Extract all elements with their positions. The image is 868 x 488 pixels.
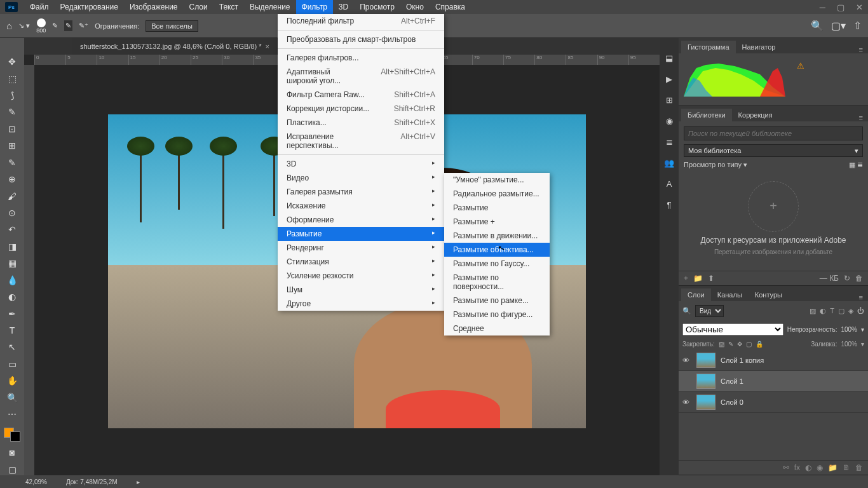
opacity-value[interactable]: 100%: [841, 326, 857, 333]
tab-layers[interactable]: Слои: [681, 288, 711, 301]
search-icon[interactable]: 🔍: [811, 20, 824, 32]
brush-tool[interactable]: 🖌: [5, 190, 19, 201]
menu-item[interactable]: Пластика...Shift+Ctrl+X: [278, 116, 444, 130]
visibility-icon[interactable]: 👁: [682, 356, 691, 364]
tab-channels[interactable]: Каналы: [711, 288, 749, 301]
menu-выделение[interactable]: Выделение: [244, 0, 296, 14]
menu-окно[interactable]: Окно: [400, 0, 430, 14]
library-search-input[interactable]: [684, 126, 863, 140]
menu-фильтр[interactable]: Фильтр: [296, 0, 333, 14]
collapsed-panel-icon[interactable]: 👥: [664, 158, 674, 168]
menu-item[interactable]: Размытие▸: [278, 227, 444, 241]
lock-artboard-icon[interactable]: ▢: [746, 341, 752, 348]
menu-item[interactable]: Коррекция дисторсии...Shift+Ctrl+R: [278, 102, 444, 116]
filter-toggle-icon[interactable]: ⏻: [857, 307, 864, 315]
sync-icon[interactable]: ↻: [844, 274, 850, 283]
menu-item[interactable]: Шум▸: [278, 283, 444, 297]
share-icon[interactable]: ⇧: [853, 20, 862, 32]
history-brush-tool[interactable]: ↶: [5, 224, 19, 235]
menu-просмотр[interactable]: Просмотр: [354, 0, 400, 14]
brush-sample-lock-icon[interactable]: ✎⁺: [79, 22, 88, 30]
menu-item[interactable]: Исправление перспективы...Alt+Ctrl+V: [278, 130, 444, 152]
edit-toolbar-icon[interactable]: ⋯: [5, 409, 19, 420]
trash-icon[interactable]: 🗑: [855, 274, 863, 283]
menu-item[interactable]: Видео▸: [278, 171, 444, 185]
collapsed-panel-icon[interactable]: ≣: [666, 137, 673, 147]
menu-изображение[interactable]: Изображение: [124, 0, 184, 14]
marquee-tool[interactable]: ⬚: [5, 72, 19, 84]
menu-item[interactable]: Галерея фильтров...: [278, 51, 444, 65]
menu-3d[interactable]: 3D: [333, 0, 354, 14]
layer-row[interactable]: 👁Слой 0: [679, 392, 868, 413]
list-view-icon[interactable]: ≣: [857, 161, 863, 168]
menu-item[interactable]: Адаптивный широкий угол...Alt+Shift+Ctrl…: [278, 65, 444, 88]
menu-item[interactable]: Стилизация▸: [278, 255, 444, 269]
zoom-value[interactable]: 42,09%: [25, 478, 47, 485]
crop-tool[interactable]: ⊡: [5, 123, 19, 135]
library-select[interactable]: Моя библиотека ▾: [684, 144, 863, 157]
panel-menu-icon[interactable]: ≡: [854, 294, 868, 301]
brush-sample-icon[interactable]: ✎: [52, 22, 58, 30]
layer-thumbnail[interactable]: [696, 395, 715, 410]
collapsed-panel-icon[interactable]: ◉: [666, 116, 673, 126]
collapsed-panel-icon[interactable]: A: [667, 179, 672, 189]
warning-icon[interactable]: ⚠: [797, 61, 804, 71]
submenu-item[interactable]: Среднее: [444, 322, 550, 336]
chevron-right-icon[interactable]: ▸: [137, 478, 140, 485]
tab-histogram[interactable]: Гистограмма: [681, 41, 736, 53]
layer-thumbnail[interactable]: [696, 374, 715, 389]
move-tool[interactable]: ✥: [5, 56, 19, 67]
tab-paths[interactable]: Контуры: [749, 288, 789, 301]
group-icon[interactable]: 📁: [828, 463, 837, 472]
zoom-tool[interactable]: 🔍: [5, 391, 19, 403]
lock-all-icon[interactable]: 🔒: [756, 341, 763, 348]
filter-shape-icon[interactable]: ▢: [838, 307, 844, 315]
brush-sample-bg-icon[interactable]: ✎: [64, 20, 72, 31]
stamp-tool[interactable]: ⊙: [5, 207, 19, 219]
filter-adjust-icon[interactable]: ◐: [820, 307, 826, 315]
maximize-icon[interactable]: ▢: [837, 3, 844, 12]
submenu-item[interactable]: Размытие по поверхности...: [444, 271, 550, 294]
collapsed-panel-icon[interactable]: ▶: [666, 74, 672, 84]
submenu-item[interactable]: Размытие в движении...: [444, 229, 550, 243]
menu-item[interactable]: Последний фильтрAlt+Ctrl+F: [278, 14, 444, 28]
type-tool[interactable]: T: [5, 325, 19, 336]
lock-move-icon[interactable]: ✥: [737, 341, 742, 348]
quick-select-tool[interactable]: ✎: [5, 106, 19, 118]
submenu-item[interactable]: Размытие по рамке...: [444, 294, 550, 308]
pen-tool[interactable]: ✒: [5, 308, 19, 319]
menu-item[interactable]: Галерея размытия▸: [278, 185, 444, 199]
adjustment-icon[interactable]: ◉: [817, 463, 823, 472]
dodge-tool[interactable]: ◐: [5, 291, 19, 302]
gradient-tool[interactable]: ▦: [5, 257, 19, 269]
home-icon[interactable]: ⌂: [6, 20, 12, 31]
new-layer-icon[interactable]: 🗎: [843, 463, 850, 472]
tab-libraries[interactable]: Библиотеки: [681, 109, 732, 121]
close-icon[interactable]: ×: [266, 43, 269, 50]
close-icon[interactable]: ✕: [856, 3, 863, 12]
tab-navigator[interactable]: Навигатор: [736, 41, 782, 53]
mask-icon[interactable]: ◐: [805, 463, 811, 472]
blend-mode-select[interactable]: Обычные: [682, 323, 783, 336]
menu-справка[interactable]: Справка: [430, 0, 471, 14]
eraser-tool[interactable]: ◨: [5, 241, 19, 252]
collapsed-panel-icon[interactable]: ⬓: [665, 53, 673, 63]
menu-редактирование[interactable]: Редактирование: [55, 0, 124, 14]
add-icon[interactable]: +: [684, 274, 688, 283]
submenu-item[interactable]: Радиальное размытие...: [444, 187, 550, 201]
blur-tool[interactable]: 💧: [5, 274, 19, 285]
lock-pixels-icon[interactable]: ▨: [719, 341, 724, 348]
fill-value[interactable]: 100%: [841, 341, 857, 348]
folder-icon[interactable]: 📁: [693, 274, 703, 283]
visibility-icon[interactable]: 👁: [682, 398, 691, 406]
filter-pixel-icon[interactable]: ▨: [810, 307, 816, 315]
healing-tool[interactable]: ⊕: [5, 173, 19, 185]
view-by-type-label[interactable]: Просмотр по типу ▾: [684, 161, 747, 169]
layer-row[interactable]: Слой 1: [679, 371, 868, 392]
limits-select[interactable]: Все пикселы: [146, 20, 198, 32]
hand-tool[interactable]: ✋: [5, 375, 19, 386]
menu-item[interactable]: Фильтр Camera Raw...Shift+Ctrl+A: [278, 88, 444, 102]
layer-filter-kind[interactable]: Вид: [695, 305, 724, 317]
fx-icon[interactable]: fx: [794, 463, 800, 472]
collapsed-panel-icon[interactable]: ¶: [667, 200, 672, 210]
